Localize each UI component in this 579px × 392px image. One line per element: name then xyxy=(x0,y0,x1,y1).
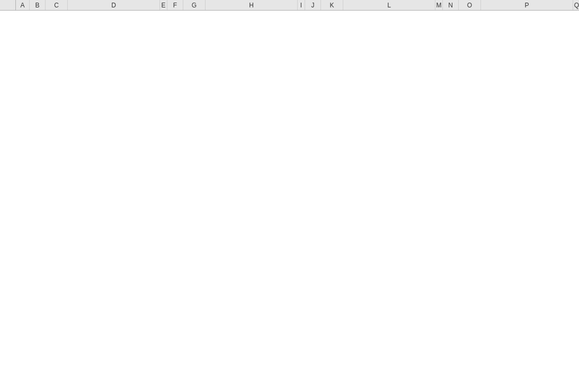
column-header[interactable]: K xyxy=(321,0,343,10)
column-header[interactable]: E xyxy=(160,0,167,10)
column-header[interactable]: B xyxy=(30,0,46,10)
spreadsheet: ABCDEFGHIJKLMNOPQRS 12345678910111213141… xyxy=(0,0,579,11)
column-header[interactable]: M xyxy=(435,0,443,10)
column-header[interactable]: I xyxy=(298,0,305,10)
column-header[interactable]: N xyxy=(443,0,459,10)
select-all-corner[interactable] xyxy=(0,0,16,10)
column-header[interactable]: C xyxy=(46,0,68,10)
column-header[interactable]: P xyxy=(481,0,573,10)
column-header[interactable]: Q xyxy=(573,0,579,10)
column-header[interactable]: J xyxy=(305,0,321,10)
column-header[interactable]: L xyxy=(343,0,435,10)
column-header[interactable]: O xyxy=(459,0,481,10)
column-header[interactable]: H xyxy=(206,0,298,10)
column-header[interactable]: D xyxy=(68,0,160,10)
column-header[interactable]: G xyxy=(183,0,206,10)
column-headers: ABCDEFGHIJKLMNOPQRS xyxy=(0,0,579,11)
column-header[interactable]: A xyxy=(16,0,30,10)
column-header[interactable]: F xyxy=(167,0,183,10)
